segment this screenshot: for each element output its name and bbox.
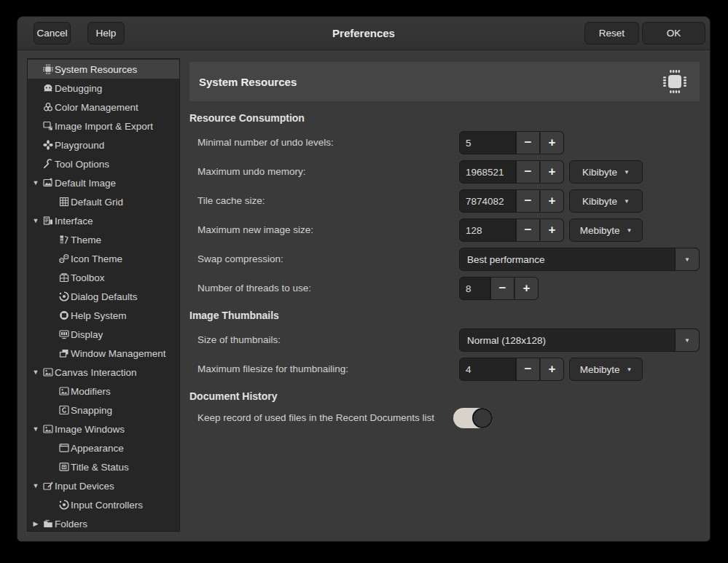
- minus-icon: −: [525, 362, 532, 377]
- appearance-icon: [58, 442, 71, 454]
- sidebar-item-appearance[interactable]: Appearance: [28, 438, 179, 457]
- triangle-right-icon[interactable]: ▶: [29, 520, 42, 527]
- sidebar-item-snapping[interactable]: Snapping: [28, 401, 179, 420]
- sidebar-item-label: Input Controllers: [71, 500, 143, 511]
- sidebar-item-toolbox[interactable]: Toolbox: [28, 268, 179, 287]
- sidebar-item-image-import-export[interactable]: Image Import & Export: [28, 117, 179, 135]
- sidebar-item-label: Help System: [71, 310, 127, 321]
- minus-icon: −: [525, 194, 532, 208]
- sidebar-item-help-system[interactable]: Help System: [28, 306, 179, 325]
- sidebar-item-label: Appearance: [71, 443, 124, 454]
- max-new-image-decrement-button[interactable]: −: [516, 218, 540, 242]
- max-new-image-unit-dropdown[interactable]: Mebibyte ▼: [569, 218, 643, 242]
- sidebar-item-label: Color Management: [55, 102, 138, 113]
- sidebar-item-input-devices[interactable]: ▼Input Devices: [28, 476, 179, 495]
- snapping-icon: [58, 404, 71, 416]
- sidebar-item-default-grid[interactable]: Default Grid: [28, 192, 179, 211]
- sidebar-item-canvas-interaction[interactable]: ▼Canvas Interaction: [28, 363, 179, 382]
- tile-cache-increment-button[interactable]: +: [540, 189, 564, 213]
- chevron-down-icon: ▼: [624, 198, 630, 205]
- reset-button[interactable]: Reset: [584, 22, 639, 44]
- unit-label: Mebibyte: [580, 364, 620, 375]
- window-management-icon: [58, 347, 71, 359]
- sidebar-item-label: Canvas Interaction: [55, 367, 137, 378]
- threads-decrement-button[interactable]: −: [490, 277, 514, 300]
- combobox-arrow-button[interactable]: ▼: [675, 248, 699, 270]
- undo-levels-input[interactable]: 5: [459, 131, 516, 154]
- tile-cache-decrement-button[interactable]: −: [516, 189, 540, 213]
- undo-memory-input[interactable]: 1968521: [459, 160, 516, 184]
- chevron-down-icon: ▼: [624, 169, 630, 176]
- sidebar-item-tool-options[interactable]: Tool Options: [28, 154, 179, 173]
- sidebar-item-icon-theme[interactable]: Icon Theme: [28, 249, 179, 268]
- sidebar-item-folders[interactable]: ▶Folders: [28, 514, 179, 532]
- sidebar-item-label: Icon Theme: [71, 253, 122, 264]
- cpu-icon: [659, 66, 690, 97]
- sidebar-item-image-windows[interactable]: ▼Image Windows: [28, 420, 179, 438]
- sidebar-item-label: Playground: [55, 140, 104, 151]
- tile-cache-label: Tile cache size:: [197, 189, 265, 213]
- undo-levels-decrement-button[interactable]: −: [516, 131, 540, 154]
- dialog-defaults-icon: [58, 291, 71, 302]
- triangle-down-icon[interactable]: ▼: [29, 482, 42, 489]
- max-new-image-spinbox: 128 − +: [459, 218, 564, 242]
- threads-input[interactable]: 8: [459, 277, 490, 300]
- triangle-down-icon[interactable]: ▼: [29, 425, 42, 433]
- color-management-icon: [42, 101, 55, 113]
- thumb-filesize-decrement-button[interactable]: −: [516, 358, 540, 381]
- thumb-size-combobox[interactable]: Normal (128x128) ▼: [459, 328, 700, 352]
- max-new-image-increment-button[interactable]: +: [540, 218, 564, 242]
- tile-cache-input[interactable]: 7874082: [459, 189, 516, 213]
- triangle-down-icon[interactable]: ▼: [29, 179, 42, 186]
- plus-icon: +: [549, 135, 556, 150]
- thumb-filesize-unit-dropdown[interactable]: Mebibyte ▼: [569, 358, 643, 381]
- max-new-image-input[interactable]: 128: [459, 218, 516, 242]
- sidebar-item-default-image[interactable]: ▼Default Image: [28, 173, 179, 192]
- thumb-filesize-increment-button[interactable]: +: [540, 358, 564, 381]
- sidebar-item-title-status[interactable]: Title & Status: [28, 457, 179, 476]
- cancel-button[interactable]: Cancel: [34, 22, 71, 44]
- triangle-down-icon[interactable]: ▼: [29, 217, 42, 224]
- sidebar-item-window-management[interactable]: Window Management: [28, 344, 179, 363]
- canvas-interaction-icon: [42, 366, 55, 378]
- undo-levels-spinbox: 5 − +: [459, 131, 564, 154]
- swap-compression-combobox[interactable]: Best performance ▼: [459, 248, 700, 271]
- keep-record-toggle[interactable]: [453, 408, 493, 428]
- plus-icon: +: [549, 194, 556, 208]
- combobox-arrow-button[interactable]: ▼: [675, 329, 699, 351]
- undo-memory-decrement-button[interactable]: −: [516, 160, 540, 184]
- undo-levels-increment-button[interactable]: +: [540, 131, 564, 154]
- help-button[interactable]: Help: [87, 22, 125, 44]
- undo-memory-unit-dropdown[interactable]: Kibibyte ▼: [569, 160, 643, 184]
- folders-icon: [42, 518, 55, 529]
- unit-label: Kibibyte: [582, 167, 617, 178]
- sidebar: System ResourcesDebuggingColor Managemen…: [27, 58, 180, 532]
- plus-icon: +: [549, 165, 556, 179]
- sidebar-item-display[interactable]: Display: [28, 325, 179, 344]
- section-resource-consumption: Resource Consumption: [189, 112, 305, 124]
- minus-icon: −: [499, 281, 506, 296]
- input-controllers-icon: [58, 499, 71, 511]
- sidebar-item-debugging[interactable]: Debugging: [28, 79, 179, 98]
- sidebar-item-interface[interactable]: ▼Interface: [28, 211, 179, 230]
- sidebar-item-label: System Resources: [55, 64, 137, 75]
- sidebar-item-color-management[interactable]: Color Management: [28, 98, 179, 117]
- undo-memory-increment-button[interactable]: +: [540, 160, 564, 184]
- sidebar-item-dialog-defaults[interactable]: Dialog Defaults: [28, 287, 179, 306]
- combobox-value: Normal (128x128): [460, 335, 675, 346]
- tile-cache-unit-dropdown[interactable]: Kibibyte ▼: [569, 189, 643, 213]
- sidebar-item-theme[interactable]: Theme: [28, 230, 179, 249]
- image-windows-icon: [42, 423, 55, 435]
- threads-increment-button[interactable]: +: [514, 277, 539, 300]
- sidebar-item-input-controllers[interactable]: Input Controllers: [28, 495, 179, 514]
- keep-record-label: Keep record of used files in the Recent …: [197, 408, 434, 428]
- sidebar-item-playground[interactable]: Playground: [28, 135, 179, 154]
- ok-button[interactable]: OK: [642, 22, 705, 44]
- triangle-down-icon[interactable]: ▼: [29, 369, 42, 376]
- propeller-icon: [42, 139, 55, 151]
- sidebar-item-label: Folders: [55, 519, 87, 529]
- sidebar-item-system-resources[interactable]: System Resources: [28, 60, 179, 79]
- thumb-filesize-input[interactable]: 4: [459, 358, 516, 381]
- interface-icon: [42, 215, 55, 227]
- sidebar-item-modifiers[interactable]: Modifiers: [28, 382, 179, 401]
